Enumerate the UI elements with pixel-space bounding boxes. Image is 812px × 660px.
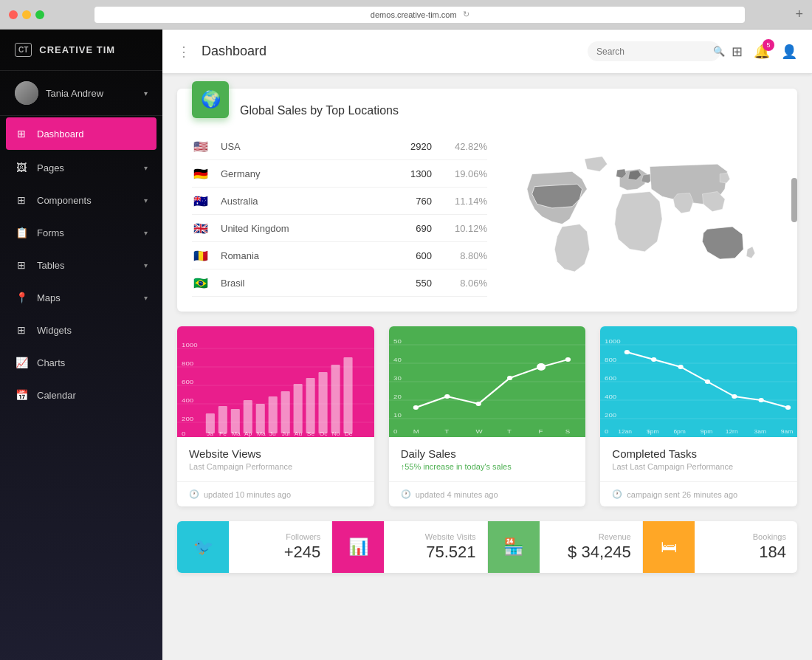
sidebar-item-charts[interactable]: 📈 Charts (0, 346, 162, 379)
bar-chart-svg: 1000 800 600 400 200 0 (177, 326, 374, 437)
table-row: 🇷🇴 Romania 600 8.80% (192, 242, 487, 269)
svg-rect-19 (306, 378, 315, 433)
sidebar-item-components[interactable]: ⊞ Components ▾ (0, 184, 162, 216)
svg-rect-18 (294, 384, 303, 433)
svg-text:Oc: Oc (320, 431, 328, 437)
completed-tasks-card: 1000 800 600 400 200 0 (600, 326, 797, 506)
minimize-dot[interactable] (22, 10, 31, 19)
grid-icon[interactable]: ⊞ (732, 44, 743, 60)
sidebar-user[interactable]: Tania Andrew ▾ (0, 71, 162, 116)
stat-value: $ 34,245 (551, 543, 631, 562)
chart-subtitle: Last Campaign Performance (189, 462, 362, 471)
sidebar-item-maps[interactable]: 📍 Maps ▾ (0, 281, 162, 314)
hotel-icon: 🛏 (661, 537, 677, 557)
nav-label: Components (37, 195, 135, 206)
hotel-icon-box: 🛏 (643, 521, 695, 573)
sidebar-item-pages[interactable]: 🖼 Pages ▾ (0, 151, 162, 184)
svg-text:Fe: Fe (219, 431, 227, 437)
table-row: 🇺🇸 USA 2920 42.82% (192, 133, 487, 160)
svg-text:40: 40 (393, 357, 402, 363)
line-chart-area-teal: 1000 800 600 400 200 0 (600, 326, 797, 437)
chart-icon-box: 📊 (332, 521, 384, 573)
svg-text:30: 30 (393, 375, 402, 382)
world-map (502, 133, 782, 297)
bar-chart-area: 1000 800 600 400 200 0 (177, 326, 374, 437)
flag-uk: 🇬🇧 (192, 222, 210, 234)
menu-icon[interactable]: ⋮ (177, 44, 190, 60)
world-map-container (502, 133, 782, 295)
chart-subtitle: Last Last Campaign Performance (612, 462, 785, 471)
svg-text:20: 20 (393, 393, 402, 400)
location-count: 690 (388, 223, 432, 234)
maximize-dot[interactable] (35, 10, 44, 19)
user-name: Tania Andrew (46, 88, 137, 99)
sidebar-item-calendar[interactable]: 📅 Calendar (0, 379, 162, 411)
footer-text: campaign sent 26 minutes ago (627, 490, 737, 499)
reload-icon[interactable]: ↻ (463, 10, 469, 19)
nav-label: Maps (37, 292, 135, 303)
svg-text:No: No (332, 431, 340, 437)
svg-text:12an: 12an (619, 429, 633, 435)
website-views-card: 1000 800 600 400 200 0 (177, 326, 374, 506)
stat-text: Revenue $ 34,245 (540, 525, 642, 569)
notifications-icon[interactable]: 🔔 5 (754, 44, 770, 60)
svg-text:400: 400 (605, 393, 616, 400)
user-icon[interactable]: 👤 (781, 44, 797, 60)
svg-rect-21 (331, 365, 340, 433)
forms-icon: 📋 (15, 226, 28, 239)
nav-label: Charts (37, 357, 148, 368)
svg-text:F: F (538, 428, 543, 435)
svg-text:$pm: $pm (647, 429, 658, 435)
table-row: 🇧🇷 Brasil 550 8.06% (192, 269, 487, 297)
chart-subtitle: ↑55% increase in today's sales (401, 462, 574, 471)
sidebar-item-forms[interactable]: 📋 Forms ▾ (0, 216, 162, 249)
sidebar-item-widgets[interactable]: ⊞ Widgets (0, 314, 162, 346)
location-pct: 11.14% (443, 196, 487, 207)
location-count: 760 (388, 196, 432, 207)
nav-label: Widgets (37, 325, 148, 336)
store-icon: 🏪 (503, 537, 523, 557)
search-input[interactable] (596, 47, 707, 57)
line-chart-area-green: 50 40 30 20 10 0 (389, 326, 586, 437)
svg-rect-20 (319, 372, 328, 433)
url-bar[interactable]: demos.creative-tim.com ↻ (94, 7, 745, 23)
country-name: Australia (221, 196, 376, 207)
nav-label: Dashboard (37, 128, 148, 140)
clock-icon: 🕐 (612, 489, 622, 499)
search-box[interactable]: 🔍 (588, 41, 720, 61)
main-content: ⋮ Dashboard 🔍 ⊞ 🔔 5 👤 🌍 Global (162, 30, 812, 660)
svg-point-48 (475, 402, 481, 406)
svg-text:Ju: Ju (269, 431, 276, 437)
svg-text:Ap: Ap (244, 431, 252, 437)
global-sales-card: 🌍 Global Sales by Top Locations 🇺🇸 USA 2… (177, 89, 797, 312)
stat-card-revenue: 🏪 Revenue $ 34,245 (488, 521, 643, 573)
locations-table: 🇺🇸 USA 2920 42.82% 🇩🇪 Germany 1300 19.06… (192, 133, 487, 297)
chevron-right-icon: ▾ (144, 294, 148, 302)
svg-text:12rn: 12rn (726, 429, 738, 435)
chart-info: Daily Sales ↑55% increase in today's sal… (389, 437, 586, 481)
country-name: Romania (221, 250, 376, 261)
svg-point-75 (785, 405, 791, 410)
svg-text:50: 50 (393, 338, 402, 345)
table-row: 🇦🇺 Australia 760 11.14% (192, 188, 487, 215)
location-pct: 10.12% (443, 223, 487, 234)
chevron-down-icon: ▾ (144, 89, 148, 97)
sidebar-brand: CT CREATIVE TIM (0, 30, 162, 71)
svg-text:400: 400 (182, 397, 193, 404)
svg-text:800: 800 (182, 360, 193, 367)
chevron-right-icon: ▾ (144, 164, 148, 172)
stat-value: +245 (240, 543, 320, 562)
sidebar-item-dashboard[interactable]: ⊞ Dashboard (6, 117, 156, 150)
close-dot[interactable] (9, 10, 18, 19)
scrollbar[interactable] (791, 178, 797, 222)
map-content: 🇺🇸 USA 2920 42.82% 🇩🇪 Germany 1300 19.06… (192, 133, 782, 297)
svg-text:T: T (507, 428, 512, 435)
new-tab-button[interactable]: + (795, 7, 803, 22)
stat-value: 75.521 (395, 543, 475, 562)
avatar-image (15, 81, 38, 105)
svg-text:200: 200 (182, 416, 193, 422)
twitter-icon-box: 🐦 (177, 521, 229, 573)
sidebar-item-tables[interactable]: ⊞ Tables ▾ (0, 249, 162, 281)
svg-point-51 (565, 357, 570, 362)
table-row: 🇬🇧 United Kingdom 690 10.12% (192, 215, 487, 242)
